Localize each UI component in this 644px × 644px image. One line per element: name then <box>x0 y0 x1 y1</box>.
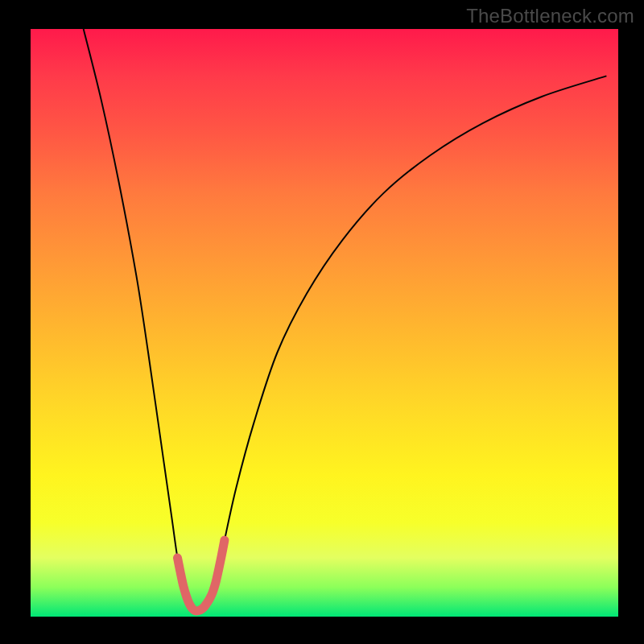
bottleneck-curve <box>84 29 607 612</box>
frame-right <box>618 0 644 644</box>
chart-svg <box>31 29 618 617</box>
highlight-band <box>178 540 225 611</box>
frame-bottom <box>0 617 644 644</box>
chart-plot-area <box>31 29 618 617</box>
watermark-text: TheBottleneck.com <box>466 5 634 27</box>
frame-left <box>0 0 31 644</box>
